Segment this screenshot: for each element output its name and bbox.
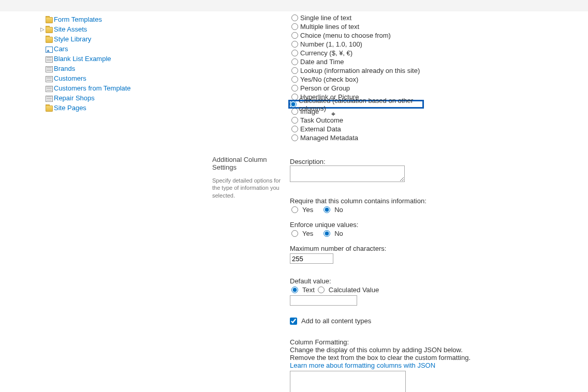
default-text-radio[interactable] — [291, 287, 298, 293]
unique-label: Enforce unique values: — [290, 221, 471, 229]
column-type-radio[interactable] — [291, 126, 298, 132]
require-yes-radio[interactable] — [291, 206, 298, 213]
default-calc-radio[interactable] — [318, 287, 325, 293]
nav-item-blank-list-example[interactable]: Blank List Example — [40, 54, 197, 64]
list-icon — [46, 66, 53, 72]
column-type-radio[interactable] — [290, 101, 297, 108]
require-info-label: Require that this column contains inform… — [290, 197, 471, 205]
nav-item-site-pages[interactable]: Site Pages — [40, 103, 197, 113]
top-ribbon-bar — [0, 0, 588, 11]
column-formatting-line1: Change the display of this column by add… — [290, 346, 471, 354]
nav-item-label: Customers — [54, 74, 86, 82]
unique-yes-label: Yes — [302, 230, 313, 237]
unique-no-radio[interactable] — [324, 230, 330, 237]
column-type-radio[interactable] — [291, 76, 298, 83]
column-type-radio[interactable] — [291, 14, 298, 21]
description-label: Description: — [290, 158, 471, 165]
column-type-label: Choice (menu to choose from) — [300, 32, 391, 39]
column-type-label: Calculated (calculation based on other c… — [299, 97, 419, 112]
folder-icon — [46, 105, 53, 112]
add-to-content-types-checkbox[interactable] — [290, 318, 297, 325]
nav-item-label: Site Pages — [54, 104, 86, 112]
nav-item-repair-shops[interactable]: Repair Shops — [40, 93, 197, 103]
nav-item-label: Customers from Template — [54, 84, 131, 92]
list-icon — [46, 86, 53, 92]
unique-no-label: No — [334, 230, 343, 237]
column-type-label: External Data — [300, 125, 341, 133]
column-type-radio[interactable] — [291, 32, 298, 39]
column-type-label: Single line of text — [300, 14, 351, 22]
list-icon — [46, 56, 53, 63]
nav-item-customers[interactable]: Customers — [40, 73, 197, 83]
require-yes-label: Yes — [302, 206, 313, 214]
column-formatting-heading: Column Formatting: — [290, 338, 471, 346]
nav-item-style-library[interactable]: Style Library — [40, 34, 197, 44]
column-type-label: Person or Group — [300, 84, 350, 92]
nav-item-brands[interactable]: Brands — [40, 64, 197, 73]
column-type-label: Lookup (information already on this site… — [300, 67, 420, 74]
maxchars-label: Maximum number of characters: — [290, 245, 471, 252]
additional-settings-heading: Additional Column Settings — [212, 156, 285, 171]
column-type-group: Single line of textMultiple lines of tex… — [290, 13, 424, 142]
column-type-radio[interactable] — [291, 23, 298, 30]
column-type-label: Yes/No (check box) — [300, 76, 358, 83]
nav-item-label: Cars — [54, 45, 68, 53]
nav-item-site-assets[interactable]: ▷Site Assets — [40, 24, 197, 34]
default-calc-label: Calculated Value — [329, 286, 379, 294]
default-value-label: Default value: — [290, 277, 471, 285]
nav-item-label: Brands — [54, 65, 75, 72]
quick-launch-navigation: Form Templates▷Site AssetsStyle LibraryC… — [0, 11, 197, 392]
maxchars-input[interactable] — [290, 253, 333, 264]
column-formatting-json-input[interactable] — [290, 371, 406, 392]
column-type-label: Multiple lines of text — [300, 23, 359, 31]
nav-item-label: Form Templates — [54, 16, 102, 23]
default-text-label: Text — [302, 286, 315, 294]
column-type-radio[interactable] — [291, 85, 298, 92]
nav-item-form-templates[interactable]: Form Templates — [40, 14, 197, 24]
description-input[interactable] — [290, 165, 405, 182]
column-type-radio[interactable] — [291, 41, 298, 48]
column-type-label: Number (1, 1.0, 100) — [300, 40, 362, 48]
pic-icon — [46, 47, 53, 53]
column-formatting-link[interactable]: Learn more about formatting columns with… — [290, 361, 435, 369]
folder-icon — [46, 37, 53, 43]
column-type-radio[interactable] — [291, 108, 298, 115]
add-to-content-types-label: Add to all content types — [301, 317, 371, 325]
column-settings-form: Single line of textMultiple lines of tex… — [197, 11, 588, 392]
column-type-radio[interactable] — [291, 117, 298, 124]
folder-icon — [46, 27, 53, 33]
nav-item-cars[interactable]: Cars — [40, 44, 197, 54]
require-no-label: No — [334, 206, 343, 214]
column-type-radio[interactable] — [291, 67, 298, 74]
nav-item-label: Blank List Example — [54, 55, 111, 63]
nav-item-label: Style Library — [54, 35, 91, 43]
column-type-label: Date and Time — [300, 58, 344, 66]
column-type-label: Task Outcome — [300, 116, 343, 124]
folder-icon — [46, 17, 53, 23]
nav-item-customers-from-template[interactable]: Customers from Template — [40, 83, 197, 93]
nav-item-label: Site Assets — [54, 25, 87, 33]
column-type-radio[interactable] — [291, 134, 298, 141]
require-no-radio[interactable] — [324, 206, 330, 213]
column-type-radio[interactable] — [291, 50, 298, 56]
column-type-label: Managed Metadata — [300, 134, 358, 142]
nav-item-label: Repair Shops — [54, 94, 95, 102]
column-type-radio[interactable] — [291, 58, 298, 65]
list-icon — [46, 76, 53, 82]
column-formatting-line2: Remove the text from the box to clear th… — [290, 354, 471, 361]
default-value-input[interactable] — [290, 295, 357, 306]
unique-yes-radio[interactable] — [291, 230, 298, 237]
column-type-label: Currency ($, ¥, €) — [300, 49, 352, 57]
additional-settings-desc: Specify detailed options for the type of… — [212, 177, 285, 199]
expand-caret-icon: ▷ — [40, 26, 46, 32]
list-icon — [46, 96, 53, 102]
